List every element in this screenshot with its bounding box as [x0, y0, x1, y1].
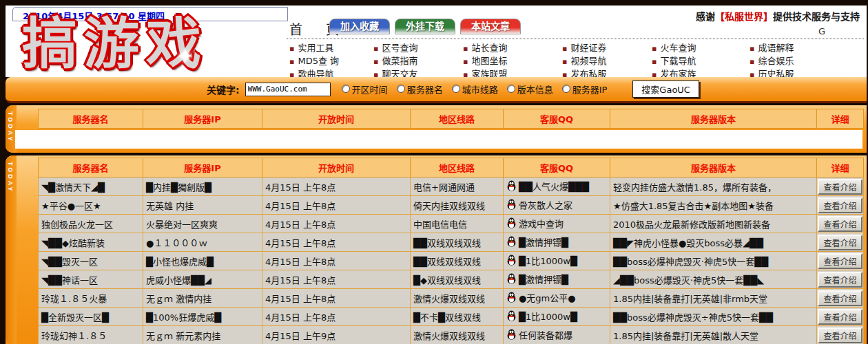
- qq-contact[interactable]: ●无gm公平●: [506, 291, 576, 304]
- nav-link[interactable]: ▪做菜指南: [373, 54, 417, 67]
- server-version-cell: 1.85内挂|装备靠打|无英雄|非rmb天堂: [610, 289, 817, 308]
- qq-penguin-icon: [506, 310, 517, 321]
- view-intro-button[interactable]: 查看介绍: [818, 272, 862, 288]
- qq-cell: ██人气火爆███: [504, 178, 610, 196]
- view-intro-button[interactable]: 查看介绍: [818, 197, 862, 213]
- nav-link-label: 财经证券: [570, 43, 606, 53]
- qq-penguin-icon: [506, 329, 517, 340]
- view-intro-button[interactable]: 查看介绍: [818, 309, 862, 325]
- server-version-cell: 2010极品火龙最新修改版新地图新装备: [610, 215, 817, 233]
- qq-contact[interactable]: 任何装备都爆: [506, 328, 572, 341]
- bullet-icon: ▪: [652, 57, 657, 66]
- radio-label: 开区时间: [352, 83, 388, 96]
- radio-icon: [507, 85, 515, 93]
- nav-link[interactable]: ▪地图坐标: [463, 54, 507, 67]
- qq-contact[interactable]: █激情押镖█: [506, 235, 568, 248]
- line-cell: █不卡█双线双线: [411, 308, 504, 326]
- qq-penguin-icon: [506, 217, 517, 228]
- column-header: 服务器IP: [143, 158, 262, 178]
- search-radio-5[interactable]: 服务器IP: [562, 83, 608, 96]
- qq-label: █激情押镖█: [519, 235, 568, 248]
- table-row: 独创极品火龙一区火暴绝对一区爽爽4月15日 上午8点中国电信电信游戏中查询201…: [39, 215, 864, 233]
- today-side-label: TODAY: [7, 162, 14, 193]
- nav-link[interactable]: ▪实用工具: [289, 41, 333, 54]
- nav-link[interactable]: ▪火车查询: [652, 41, 696, 54]
- table-row: ◥██毁灭一区█小怪也爆虎威█4月15日 上午8点██双线双线双线█1比1000…: [39, 252, 864, 270]
- server-ip-cell: ●１１０００ｗ: [143, 233, 262, 252]
- bullet-icon: ▪: [373, 44, 378, 53]
- nav-link[interactable]: ▪综合娱乐: [750, 54, 794, 67]
- qq-cell: █1比1000w█: [504, 252, 610, 270]
- line-cell: ██双线双线双线: [411, 233, 504, 252]
- bullet-icon: ▪: [289, 57, 294, 66]
- qq-label: █激情押镖█: [519, 272, 568, 286]
- detail-cell: 查看介绍: [817, 326, 864, 344]
- detail-cell: 查看介绍: [817, 252, 864, 270]
- line-cell: 中国电信电信: [411, 215, 504, 233]
- qq-contact[interactable]: 游戏中查询: [506, 217, 564, 230]
- tab-1[interactable]: 加入收藏: [329, 19, 390, 34]
- nav-link[interactable]: ▪成语解释: [750, 41, 794, 54]
- line-cell: 电信+网通网通: [411, 178, 504, 196]
- tab-2[interactable]: 外挂下载: [395, 19, 455, 34]
- nav-link[interactable]: ▪视频导航: [562, 54, 606, 67]
- view-intro-button[interactable]: 查看介绍: [818, 216, 862, 232]
- qq-penguin-icon: [506, 273, 517, 284]
- nav-divider: [287, 39, 864, 39]
- line-cell: 激情火爆双线双线: [411, 289, 504, 308]
- qq-contact[interactable]: █1比1000w█: [506, 310, 577, 323]
- qq-contact[interactable]: █1比1000w█: [506, 254, 577, 267]
- server-ip-cell: █内挂█獨創版█: [143, 178, 262, 196]
- open-time-cell: 4月15日 上午8点: [262, 289, 411, 308]
- nav-link-label: 实用工具: [298, 43, 333, 53]
- column-header: 服务器名: [39, 109, 143, 129]
- column-header: 服务器版本: [610, 158, 817, 178]
- server-version-cell: ◢██boss必爆毁灭·神虎5快一套██◣: [610, 270, 817, 289]
- view-intro-button[interactable]: 查看介绍: [818, 235, 862, 250]
- nav-link[interactable]: ▪财经证券: [562, 41, 606, 54]
- server-table: 服务器名服务器IP开放时间地区线路客服QQ服务器版本详细 ◥█激情天下◢██内挂…: [38, 158, 864, 344]
- column-header: 客服QQ: [504, 158, 610, 178]
- tab-3[interactable]: 本站文章: [460, 19, 521, 34]
- view-intro-button[interactable]: 查看介绍: [818, 290, 862, 306]
- qq-cell: █激情押镖█: [504, 233, 610, 252]
- search-button[interactable]: 搜索GaoUC: [632, 80, 699, 98]
- radio-icon: [397, 85, 405, 93]
- nav-link[interactable]: ▪站长查询: [463, 41, 507, 54]
- open-time-cell: 4月15日 上午8点: [262, 215, 411, 233]
- nav-link-label: 火车查询: [660, 43, 696, 53]
- qq-contact[interactable]: ██人气火爆███: [506, 180, 589, 193]
- nav-link[interactable]: ▪下载导航: [652, 54, 696, 67]
- search-input[interactable]: [245, 83, 331, 96]
- server-version-cell: ██◤神虎小怪暴●毁灭boss必暴◢██: [610, 233, 817, 252]
- search-radio-3[interactable]: 城市线路: [452, 83, 498, 96]
- server-ip-cell: 虎威小怪爆██◢: [143, 270, 262, 289]
- credits-highlight: 【私服世界】: [715, 11, 773, 22]
- qq-contact[interactable]: 骨灰散人之家: [506, 198, 572, 211]
- search-radio-1[interactable]: 开区时间: [342, 83, 388, 96]
- open-time-cell: 4月15日 上午8点: [262, 196, 411, 215]
- bullet-icon: ▪: [652, 44, 657, 53]
- nav-link[interactable]: ▪MD5查 询: [289, 54, 339, 67]
- view-intro-button[interactable]: 查看介绍: [818, 179, 862, 195]
- view-intro-button[interactable]: 查看介绍: [818, 253, 862, 269]
- qq-contact[interactable]: █激情押镖█: [506, 272, 568, 286]
- search-radio-2[interactable]: 服务器名: [397, 83, 443, 96]
- view-intro-button[interactable]: 查看介绍: [818, 327, 862, 343]
- qq-label: █1比1000w█: [519, 254, 577, 267]
- table-row: ★平谷●一区★无英雄 内挂4月15日 上午8点倚天内挂双线双线骨灰散人之家★仿盛…: [39, 196, 864, 215]
- column-header: 详细: [817, 109, 864, 129]
- qq-cell: 游戏中查询: [504, 215, 610, 233]
- server-version-cell: ★仿盛大1.85复古合击★副本地图★装备: [610, 196, 817, 215]
- keyword-label: 关键字:: [207, 83, 240, 96]
- search-radio-4[interactable]: 版本信息: [507, 83, 553, 96]
- nav-link[interactable]: ▪区号查询: [373, 41, 417, 54]
- server-name-cell: ◥██毁灭一区: [39, 252, 143, 270]
- detail-cell: 查看介绍: [817, 233, 864, 252]
- column-header: 服务器名: [39, 158, 143, 178]
- search-band: 关键字: 开区时间服务器名城市线路版本信息服务器IP 搜索GaoUC: [6, 77, 867, 103]
- server-ip-cell: 无英雄 内挂: [143, 196, 262, 215]
- detail-cell: 查看介绍: [817, 270, 864, 289]
- radio-label: 城市线路: [462, 83, 498, 96]
- radio-icon: [342, 85, 350, 93]
